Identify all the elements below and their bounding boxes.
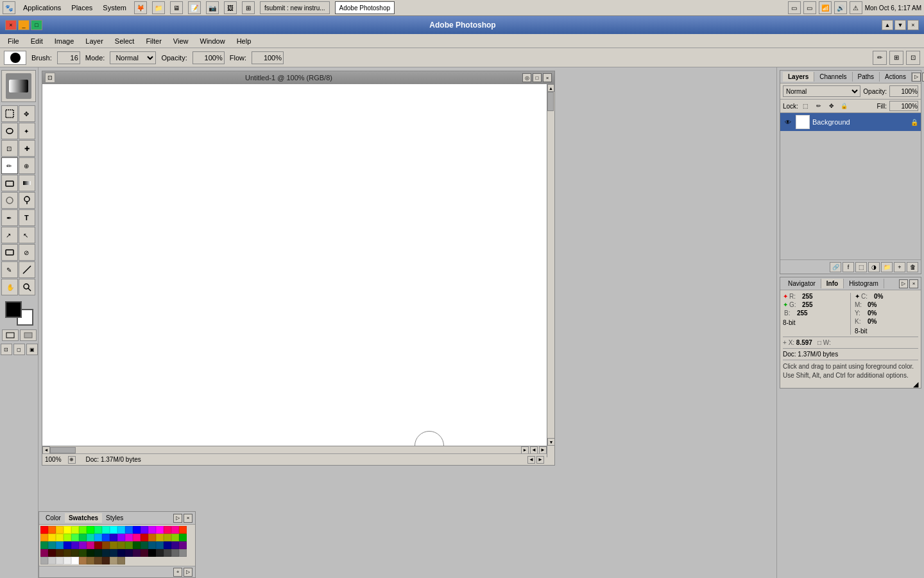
color-panel-expand[interactable]: ▷ [173, 514, 182, 523]
swatch[interactable] [110, 549, 117, 557]
swatch[interactable] [56, 541, 64, 549]
eraser-tool[interactable] [1, 175, 18, 191]
swatch[interactable] [141, 549, 148, 557]
lock-paint-btn[interactable]: ✏ [814, 101, 824, 111]
swatch[interactable] [110, 541, 117, 549]
swatch[interactable] [102, 549, 110, 557]
blur-tool[interactable] [1, 192, 18, 209]
brush-options-btn[interactable]: ⊞ [889, 51, 903, 65]
swatch[interactable] [125, 526, 133, 534]
sys-applications[interactable]: Applications [21, 3, 64, 13]
screenshot-icon[interactable]: 📷 [206, 1, 219, 14]
swatch[interactable] [164, 549, 171, 557]
delete-layer-btn[interactable]: 🗑 [907, 262, 918, 272]
canvas-prev-btn[interactable]: ◄ [530, 446, 538, 454]
lock-all-btn[interactable]: 🔒 [839, 101, 850, 111]
swatch[interactable] [156, 541, 164, 549]
swatch[interactable] [48, 557, 56, 565]
swatch[interactable] [179, 549, 187, 557]
swatch[interactable] [71, 534, 79, 541]
zoom-tool[interactable] [19, 279, 35, 295]
canvas-icon[interactable]: ⊡ [45, 73, 55, 83]
scroll-up-arrow[interactable]: ▲ [547, 84, 554, 92]
app-menu-icon[interactable]: 🐾 [3, 1, 15, 14]
dodge-tool[interactable] [19, 192, 35, 209]
canvas-back-btn[interactable]: ◄ [527, 456, 535, 464]
swatch[interactable] [148, 549, 156, 557]
hand-tool[interactable]: ✋ [1, 279, 18, 295]
swatch[interactable] [171, 541, 179, 549]
swatch[interactable] [148, 541, 156, 549]
standard-screen-btn[interactable]: ⊡ [1, 344, 12, 355]
swatch[interactable] [64, 549, 71, 557]
swatch[interactable] [40, 549, 48, 557]
window-btn-2[interactable]: ▭ [803, 1, 816, 14]
swatch[interactable] [56, 526, 64, 534]
swatch[interactable] [48, 526, 56, 534]
opacity-input[interactable] [193, 51, 225, 64]
scroll-dn-arrow[interactable]: ▼ [547, 438, 555, 446]
rectangular-marquee-tool[interactable] [1, 105, 18, 122]
swatch[interactable] [71, 526, 79, 534]
swatch[interactable] [164, 526, 171, 534]
color-panel-close[interactable]: × [184, 514, 193, 523]
layer-visibility-toggle[interactable]: 👁 [783, 117, 793, 127]
tab-layers[interactable]: Layers [783, 72, 814, 82]
link-layers-btn[interactable]: 🔗 [830, 262, 841, 272]
menu-window[interactable]: Window [195, 36, 230, 46]
canvas-maximize-btn[interactable]: □ [533, 73, 542, 82]
fill-value[interactable]: 100% [889, 101, 918, 111]
info-panel-collapse[interactable]: ▷ [899, 279, 908, 288]
tablet-btn[interactable]: ⊡ [906, 51, 920, 65]
swatch[interactable] [125, 549, 133, 557]
heal-tool[interactable]: ✚ [19, 140, 35, 157]
blend-mode-select[interactable]: Normal Dissolve Multiply Screen [110, 51, 156, 64]
swatch[interactable] [87, 534, 94, 541]
canvas-content[interactable] [42, 84, 547, 453]
apps-icon[interactable]: ⊞ [242, 1, 255, 14]
move-tool[interactable]: ✥ [19, 105, 35, 122]
menu-file[interactable]: File [3, 36, 24, 46]
swatch[interactable] [125, 534, 133, 541]
layer-background[interactable]: 👁 Background 🔒 [780, 113, 921, 131]
canvas-minimize-btn[interactable]: ◎ [522, 73, 531, 82]
volume-icon[interactable]: 🔊 [834, 1, 847, 14]
maximize-btn[interactable]: □ [31, 20, 42, 30]
brush-size-input[interactable] [57, 51, 80, 64]
tab-actions[interactable]: Actions [880, 72, 912, 82]
terminal-icon[interactable]: 🖥 [170, 1, 183, 14]
tab-paths[interactable]: Paths [853, 72, 880, 82]
foreground-color[interactable] [5, 301, 22, 318]
tab-channels[interactable]: Channels [814, 72, 852, 82]
swatch[interactable] [141, 541, 148, 549]
magic-wand-tool[interactable]: ✦ [19, 123, 35, 139]
info-panel-close[interactable]: × [909, 279, 918, 288]
swatch[interactable] [87, 541, 94, 549]
swatch[interactable] [117, 557, 125, 565]
crop-tool[interactable]: ⊡ [1, 140, 18, 157]
scroll-thumb-v[interactable] [547, 92, 554, 111]
taskbar-fsubmit[interactable]: fsubmit : new instru... [260, 1, 329, 14]
swatch[interactable] [40, 534, 48, 541]
menu-help[interactable]: Help [232, 36, 257, 46]
title-scroll-up[interactable]: ▲ [882, 20, 893, 30]
swatch[interactable] [164, 541, 171, 549]
swatch[interactable] [179, 526, 187, 534]
canvas-close-btn[interactable]: × [543, 73, 552, 82]
swatch[interactable] [156, 534, 164, 541]
swatch[interactable] [117, 526, 125, 534]
swatch[interactable] [171, 526, 179, 534]
new-layer-btn[interactable]: + [894, 262, 905, 272]
scroll-left-arrow[interactable]: ◄ [42, 446, 50, 454]
swatch[interactable] [102, 557, 110, 565]
canvas-next-btn[interactable]: ► [539, 446, 547, 454]
swatch[interactable] [79, 557, 87, 565]
swatch[interactable] [87, 526, 94, 534]
swatch[interactable] [48, 549, 56, 557]
zoom-reset-btn[interactable]: ⊕ [68, 456, 76, 464]
swatches-add-btn[interactable]: + [173, 568, 182, 577]
swatch[interactable] [171, 534, 179, 541]
swatch[interactable] [110, 557, 117, 565]
text-editor-icon[interactable]: 📝 [188, 1, 201, 14]
swatch[interactable] [117, 541, 125, 549]
